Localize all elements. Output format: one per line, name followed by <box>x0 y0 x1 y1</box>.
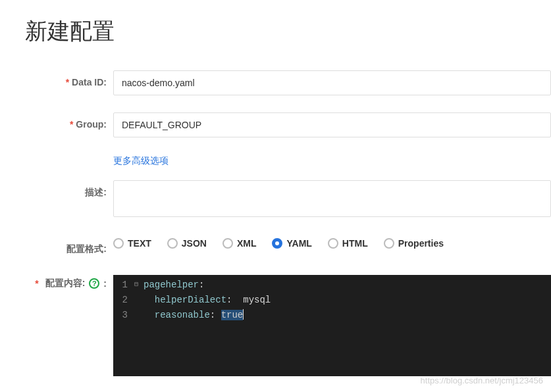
format-radio-text[interactable]: TEXT <box>113 238 151 249</box>
label-group: *Group: <box>0 112 113 130</box>
group-input[interactable] <box>113 112 551 137</box>
code-text: pagehelper: <box>144 278 204 293</box>
line-number: 2 <box>113 293 134 308</box>
editor-line: 3 reasonable: true <box>113 308 551 323</box>
fold-icon <box>134 308 144 323</box>
radio-circle-icon <box>384 238 394 249</box>
label-description: 描述: <box>0 180 113 199</box>
radio-label: YAML <box>286 238 311 249</box>
text-cursor <box>243 309 244 320</box>
radio-label: HTML <box>342 238 368 249</box>
format-radio-json[interactable]: JSON <box>167 238 207 249</box>
format-radio-html[interactable]: HTML <box>328 238 368 249</box>
editor-line: 1⊟pagehelper: <box>113 278 551 293</box>
radio-label: JSON <box>182 238 207 249</box>
radio-circle-icon <box>223 238 233 249</box>
radio-circle-icon <box>113 238 124 249</box>
page-title: 新建配置 <box>0 0 551 47</box>
format-radio-xml[interactable]: XML <box>223 238 257 249</box>
code-text: helperDialect: mysql <box>144 293 271 308</box>
help-icon[interactable]: ? <box>89 278 99 289</box>
label-format: 配置格式: <box>0 237 113 255</box>
row-advanced: 更多高级选项 <box>0 155 551 167</box>
line-number: 1 <box>113 278 134 293</box>
format-radio-properties[interactable]: Properties <box>384 238 444 249</box>
radio-circle-icon <box>328 238 338 249</box>
radio-circle-icon <box>272 238 282 249</box>
row-group: *Group: <box>0 112 551 137</box>
row-data-id: *Data ID: <box>0 70 551 95</box>
watermark: https://blog.csdn.net/jcmj123456 <box>421 376 543 385</box>
radio-label: Properties <box>398 238 444 249</box>
row-content: * 配置内容: ? : 1⊟pagehelper:2 helperDialect… <box>0 275 551 376</box>
row-format: 配置格式: TEXTJSONXMLYAMLHTMLProperties <box>0 237 551 255</box>
row-description: 描述: <box>0 180 551 220</box>
config-form: *Data ID: *Group: 更多高级选项 描述: 配置格式: TEXTJ… <box>0 47 551 376</box>
line-number: 3 <box>113 308 134 323</box>
description-input[interactable] <box>113 180 551 217</box>
advanced-options-link[interactable]: 更多高级选项 <box>113 155 169 167</box>
format-radio-group: TEXTJSONXMLYAMLHTMLProperties <box>113 237 551 249</box>
code-text: reasonable: true <box>144 308 244 323</box>
fold-icon <box>134 293 144 308</box>
data-id-input[interactable] <box>113 70 551 95</box>
radio-circle-icon <box>167 238 178 249</box>
label-data-id: *Data ID: <box>0 70 113 87</box>
radio-label: TEXT <box>128 238 151 249</box>
fold-icon[interactable]: ⊟ <box>134 278 144 293</box>
radio-label: XML <box>237 238 257 249</box>
format-radio-yaml[interactable]: YAML <box>272 238 311 249</box>
editor-line: 2 helperDialect: mysql <box>113 293 551 308</box>
code-editor[interactable]: 1⊟pagehelper:2 helperDialect: mysql3 rea… <box>113 275 551 376</box>
label-content: * 配置内容: ? : <box>0 275 113 289</box>
